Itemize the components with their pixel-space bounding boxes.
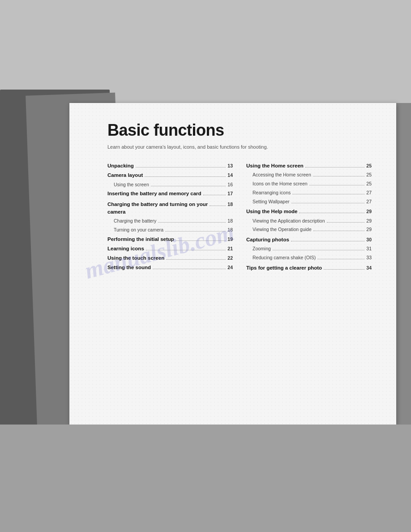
toc-item: Zooming 31 <box>246 245 372 253</box>
toc-page: 29 <box>366 226 372 233</box>
chapter-subtitle: Learn about your camera's layout, icons,… <box>107 144 372 150</box>
toc-item: Charging the battery and turning on your… <box>107 201 233 216</box>
toc-dots <box>313 231 365 231</box>
toc-dots <box>136 167 226 167</box>
toc-label: Viewing the Operation guide <box>253 226 312 233</box>
toc-left-column: Unpacking 13 Camera layout 14 Using the … <box>107 162 233 274</box>
toc-page: 27 <box>366 189 372 197</box>
toc-dots <box>145 176 226 177</box>
toc-page: 16 <box>227 181 233 189</box>
toc-dots <box>292 194 364 194</box>
main-page: Basic functions Learn about your camera'… <box>69 103 396 425</box>
toc-dots <box>309 185 365 185</box>
toc-item: Performing the initial setup 19 <box>107 236 233 243</box>
toc-item-using-touch-screen: Using the touch screen 22 <box>107 254 233 262</box>
toc-page: 30 <box>366 236 372 244</box>
toc-label: Reducing camera shake (OIS) <box>253 254 316 262</box>
toc-item: Using the Help mode 29 <box>246 208 372 215</box>
toc-page: 29 <box>366 208 372 215</box>
toc-item: Icons on the Home screen 25 <box>246 180 372 188</box>
toc-label: Tips for getting a clearer photo <box>246 264 322 272</box>
toc-page: 22 <box>227 255 233 262</box>
toc-dots <box>291 203 365 203</box>
toc-dots <box>146 250 226 250</box>
toc-item: Charging the battery 18 <box>107 218 233 225</box>
toc-label: Rearranging icons <box>253 189 291 197</box>
toc-label: Using the touch screen <box>107 254 164 262</box>
toc-item: Using the Home screen 25 <box>246 162 372 170</box>
toc-item: Camera layout 14 <box>107 172 233 179</box>
toc-dots <box>291 241 364 241</box>
toc-page: 27 <box>366 198 372 206</box>
toc-page: 19 <box>227 236 233 243</box>
toc-item-setting-sound: Setting the sound 24 <box>107 264 233 271</box>
top-area <box>0 0 411 103</box>
toc-label: Performing the initial setup <box>107 236 174 243</box>
toc-item: Viewing the Application description 29 <box>246 218 372 225</box>
page-container: Basic functions Learn about your camera'… <box>0 0 411 532</box>
toc-page: 25 <box>366 163 372 170</box>
toc-page: 17 <box>227 190 233 197</box>
toc-page: 18 <box>227 227 233 234</box>
toc-item: Tips for getting a clearer photo 34 <box>246 264 372 272</box>
toc-dots <box>158 222 226 223</box>
toc-dots <box>176 240 226 241</box>
toc-dots <box>317 259 364 259</box>
toc-label: Charging the battery <box>114 218 156 225</box>
toc-item: Inserting the battery and memory card 17 <box>107 190 233 197</box>
toc-page: 24 <box>227 264 233 271</box>
toc-dots <box>165 231 226 232</box>
toc-item: Capturing photos 30 <box>246 236 372 244</box>
toc-label: Accessing the Home screen <box>253 172 311 179</box>
toc-page: 13 <box>227 163 233 170</box>
toc-label: Unpacking <box>107 162 134 170</box>
toc-page: 21 <box>227 245 233 253</box>
toc-dots <box>151 186 226 186</box>
toc-dots <box>305 167 364 167</box>
toc-dots <box>299 213 364 213</box>
toc-label: Viewing the Application description <box>253 218 325 225</box>
page-content: Basic functions Learn about your camera'… <box>69 103 396 292</box>
toc-page: 33 <box>366 254 372 262</box>
chapter-title: Basic functions <box>107 121 372 140</box>
toc-dots <box>324 269 364 270</box>
toc-item: Reducing camera shake (OIS) 33 <box>246 254 372 262</box>
toc-page: 29 <box>366 218 372 225</box>
toc-item: Unpacking 13 <box>107 162 233 170</box>
toc-label: Learning icons <box>107 245 144 253</box>
bottom-area <box>0 425 411 532</box>
toc-dots <box>273 250 364 250</box>
toc-label: Zooming <box>253 245 271 253</box>
toc-dots <box>327 222 365 223</box>
toc-item: Viewing the Operation guide 29 <box>246 226 372 233</box>
toc-container: Unpacking 13 Camera layout 14 Using the … <box>107 162 372 274</box>
toc-dots <box>313 176 365 176</box>
toc-label: Icons on the Home screen <box>253 180 308 188</box>
toc-label: Charging the battery and turning on your… <box>107 201 208 216</box>
toc-page: 18 <box>227 218 233 225</box>
toc-item: Turning on your camera 18 <box>107 227 233 234</box>
toc-label: Inserting the battery and memory card <box>107 190 201 197</box>
toc-dots <box>153 269 226 269</box>
toc-item: Rearranging icons 27 <box>246 189 372 197</box>
toc-page: 31 <box>366 245 372 253</box>
toc-label: Using the Home screen <box>246 162 304 170</box>
toc-label: Using the Help mode <box>246 208 297 215</box>
toc-item: Learning icons 21 <box>107 245 233 253</box>
toc-label: Camera layout <box>107 172 143 179</box>
toc-item: Accessing the Home screen 25 <box>246 172 372 179</box>
toc-item: Using the screen 16 <box>107 181 233 189</box>
toc-page: 14 <box>227 172 233 179</box>
toc-label: Capturing photos <box>246 236 289 244</box>
toc-label: Turning on your camera <box>114 227 163 234</box>
toc-dots <box>210 206 226 206</box>
toc-page: 25 <box>366 180 372 188</box>
toc-right-column: Using the Home screen 25 Accessing the H… <box>246 162 372 274</box>
toc-dots <box>203 195 226 195</box>
toc-page: 34 <box>366 265 372 272</box>
toc-page: 25 <box>366 172 372 179</box>
toc-label: Setting the sound <box>107 264 151 271</box>
toc-label: Using the screen <box>114 181 149 189</box>
toc-item: Setting Wallpaper 27 <box>246 198 372 206</box>
toc-page: 18 <box>227 201 233 208</box>
